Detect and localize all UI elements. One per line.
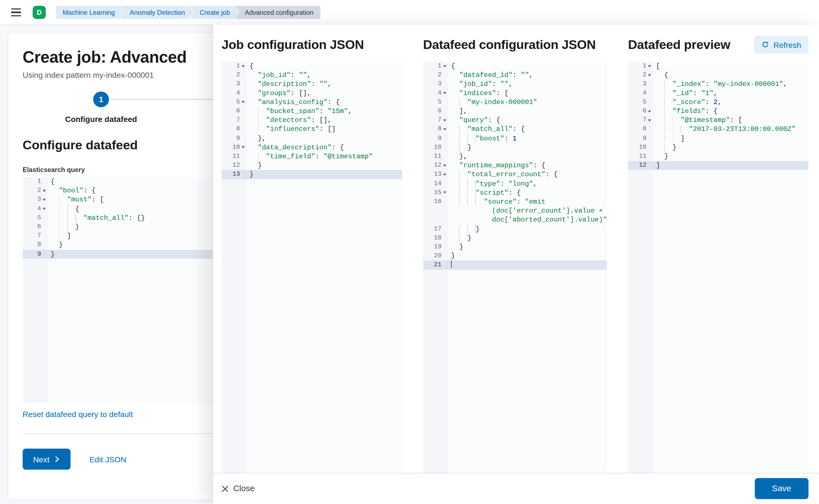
job-config-title: Job configuration JSON (222, 37, 364, 52)
step-1-label: Configure datafeed (65, 115, 137, 124)
next-button[interactable]: Next (23, 449, 70, 470)
code-line: 11 }, (423, 152, 607, 161)
fold-arrow-icon[interactable] (443, 65, 446, 67)
code-line: 1[ (628, 62, 809, 70)
datafeed-preview-title: Datafeed preview (628, 37, 730, 52)
code-line: 5 "match_all": {} (23, 213, 215, 222)
datafeed-config-editor[interactable]: 1{2 "datafeed_id": "",3 "job_id": "",4 "… (423, 62, 607, 473)
code-line: 11 "time_field": "@timestamp" (222, 152, 402, 161)
page-title: Create job: Advanced (23, 48, 215, 67)
fold-arrow-icon[interactable] (43, 208, 46, 210)
code-line: 3 "job_id": "", (423, 80, 607, 89)
breadcrumbs: Machine LearningAnomaly DetectionCreate … (56, 6, 320, 19)
text-cursor (451, 261, 452, 268)
code-line: 16 "source": "emit (423, 197, 607, 206)
step-1-indicator[interactable]: 1 (93, 91, 109, 107)
code-line: 12 } (222, 161, 402, 170)
fold-arrow-icon[interactable] (242, 65, 245, 67)
code-line: 12] (628, 161, 809, 170)
job-config-editor[interactable]: 1{2 "job_id": "",3 "description": "",4 "… (222, 62, 402, 473)
code-line: 9 ] (628, 134, 809, 143)
code-line: 2 "bool": { (23, 186, 215, 195)
fold-arrow-icon[interactable] (648, 119, 651, 122)
close-button-label: Close (233, 484, 255, 493)
code-line: 10 "data_description": { (222, 143, 402, 152)
fold-arrow-icon[interactable] (443, 128, 446, 131)
flyout-footer: Close Save (213, 473, 819, 504)
code-line: 13 "total_error_count": { (423, 170, 607, 179)
datafeed-preview-editor[interactable]: 1[2 {3 "_index": "my-index-000001",4 "_i… (628, 62, 809, 473)
breadcrumb-item[interactable]: Anomaly Detection (120, 6, 194, 19)
code-line: 4 "indices": [ (423, 89, 607, 98)
refresh-icon (762, 41, 769, 48)
fold-arrow-icon[interactable] (242, 147, 245, 149)
code-line: 6 } (23, 222, 215, 231)
fold-arrow-icon[interactable] (648, 65, 651, 67)
code-line: 10 } (423, 143, 607, 152)
code-line: 1{ (423, 62, 607, 70)
fold-arrow-icon[interactable] (443, 119, 446, 122)
page-subtitle: Using index pattern my-index-000001 (23, 70, 215, 79)
next-button-label: Next (33, 455, 49, 464)
fold-arrow-icon[interactable] (443, 164, 446, 167)
code-line: 11 } (628, 152, 809, 161)
code-line: 5 "analysis_config": { (222, 98, 402, 107)
code-line: 8 } (23, 241, 215, 249)
code-line: 7 "query": { (423, 116, 607, 125)
code-line: (doc['error_count'].value + (423, 206, 607, 215)
code-line: 8 "match_all": { (423, 125, 607, 134)
code-line: 1{ (222, 62, 402, 70)
datafeed-config-column: Datafeed configuration JSON 1{2 "datafee… (423, 32, 607, 473)
code-line: 9} (23, 250, 215, 259)
fold-arrow-icon[interactable] (443, 174, 446, 176)
breadcrumb-item[interactable]: Create job (190, 6, 239, 19)
edit-json-button[interactable]: Edit JSON (89, 455, 126, 464)
code-line: 7 "detectors": [], (222, 116, 402, 125)
code-line: 19 } (423, 242, 607, 251)
close-button[interactable]: Close (222, 484, 255, 493)
reset-datafeed-query-link[interactable]: Reset datafeed query to default (23, 410, 133, 419)
fold-arrow-icon[interactable] (648, 110, 651, 112)
code-line: 6 "fields": { (628, 107, 809, 116)
code-line: 4 { (23, 204, 215, 213)
code-line: 3 "description": "", (222, 80, 402, 89)
fold-arrow-icon[interactable] (242, 101, 245, 103)
fold-arrow-icon[interactable] (43, 190, 46, 192)
code-line: 18 } (423, 234, 607, 242)
code-line: 8 "influencers": [] (222, 125, 402, 134)
breadcrumb-item[interactable]: Machine Learning (56, 6, 124, 19)
fold-arrow-icon[interactable] (648, 74, 651, 76)
code-line: 2 { (628, 70, 809, 79)
code-line: 12 "runtime_mappings": { (423, 161, 607, 170)
code-line: 21 (423, 261, 607, 270)
code-line: 5 "my-index-000001" (423, 98, 607, 107)
space-avatar[interactable]: D (33, 6, 46, 19)
close-icon (222, 485, 229, 492)
code-line: 17 } (423, 224, 607, 233)
fold-arrow-icon[interactable] (443, 92, 446, 94)
code-line: 10 } (628, 143, 809, 152)
menu-icon[interactable] (5, 0, 26, 25)
top-header-bar: D Machine LearningAnomaly DetectionCreat… (0, 0, 819, 25)
code-line: 9 }, (222, 134, 402, 143)
code-line: 5 "_score": 2, (628, 98, 809, 107)
save-button[interactable]: Save (755, 478, 809, 499)
section-title: Configure datafeed (23, 138, 215, 153)
divider (23, 434, 215, 434)
elasticsearch-query-label: Elasticsearch query (23, 166, 215, 173)
code-line: 6 ], (423, 107, 607, 116)
code-line: 3 "_index": "my-index-000001", (628, 80, 809, 89)
code-line: doc['aborted_count'].value)" (423, 215, 607, 224)
code-line: 9 "boost": 1 (423, 134, 607, 143)
code-line: 7 "@timestamp": [ (628, 116, 809, 125)
code-line: 2 "datafeed_id": "", (423, 70, 607, 79)
code-line: 20} (423, 251, 607, 260)
code-line: 3 "must": [ (23, 195, 215, 204)
chevron-right-icon (54, 456, 60, 462)
code-line: 14 "type": "long", (423, 179, 607, 188)
fold-arrow-icon[interactable] (443, 192, 446, 194)
fold-arrow-icon[interactable] (43, 199, 46, 201)
refresh-button[interactable]: Refresh (755, 36, 809, 54)
code-line: 7 ] (23, 232, 215, 241)
elasticsearch-query-editor[interactable]: 1{2 "bool": {3 "must": [4 {5 "match_all"… (23, 177, 215, 404)
